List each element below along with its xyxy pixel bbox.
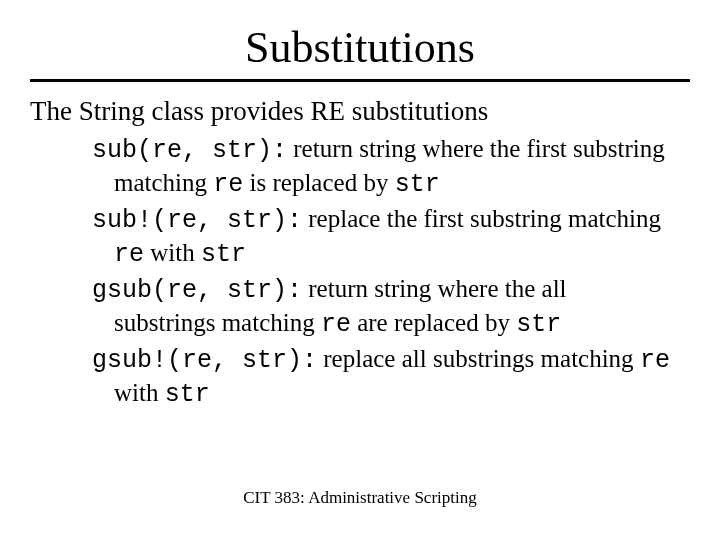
method-signature: sub(re, str): (92, 136, 287, 165)
arg-str: str (165, 380, 210, 409)
desc-mid: with (114, 379, 165, 406)
lead-text: The String class provides RE substitutio… (30, 96, 690, 127)
slide: Substitutions The String class provides … (0, 0, 720, 540)
list-item: gsub!(re, str): replace all substrings m… (92, 343, 670, 411)
arg-re: re (321, 310, 351, 339)
desc-mid: is replaced by (243, 169, 394, 196)
arg-str: str (201, 240, 246, 269)
arg-re: re (213, 170, 243, 199)
desc-mid: are replaced by (351, 309, 516, 336)
arg-re: re (640, 346, 670, 375)
slide-title: Substitutions (30, 22, 690, 73)
method-signature: gsub(re, str): (92, 276, 302, 305)
list-item: sub(re, str): return string where the fi… (92, 133, 670, 201)
desc-pre: replace all substrings matching (317, 345, 640, 372)
arg-str: str (516, 310, 561, 339)
list-item: sub!(re, str): replace the first substri… (92, 203, 670, 271)
slide-footer: CIT 383: Administrative Scripting (0, 488, 720, 508)
arg-re: re (114, 240, 144, 269)
list-item: gsub(re, str): return string where the a… (92, 273, 670, 341)
title-divider (30, 79, 690, 82)
method-list: sub(re, str): return string where the fi… (92, 133, 670, 411)
desc-pre: replace the first substring matching (302, 205, 661, 232)
desc-mid: with (144, 239, 201, 266)
method-signature: gsub!(re, str): (92, 346, 317, 375)
arg-str: str (395, 170, 440, 199)
method-signature: sub!(re, str): (92, 206, 302, 235)
